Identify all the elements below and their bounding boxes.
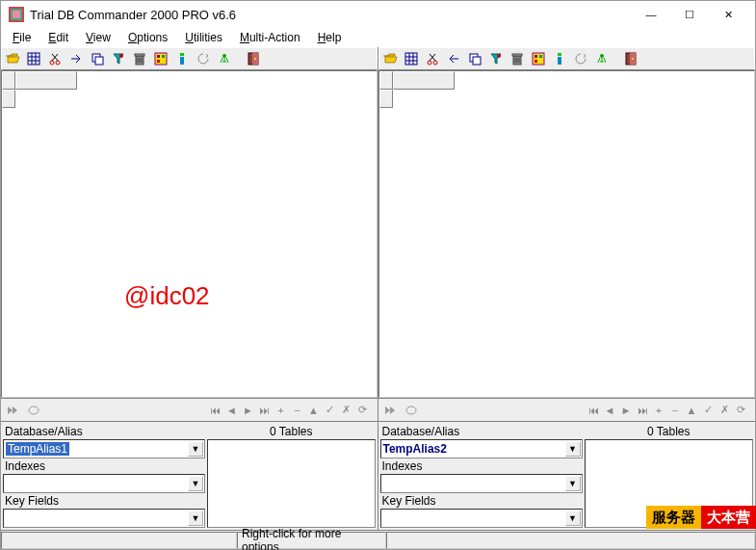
menu-help[interactable]: Help (310, 29, 350, 46)
record-nav: ⏮ ◄ ► ⏭ + − ▲ ✓ ✗ ⟳ (587, 404, 747, 417)
maximize-button[interactable]: ☐ (670, 3, 709, 26)
svg-point-54 (600, 54, 604, 58)
tables-header: 0 Tables (585, 424, 754, 439)
close-button[interactable]: ✕ (709, 3, 747, 26)
svg-point-30 (29, 406, 39, 414)
next-icon[interactable]: ► (619, 404, 633, 417)
post-icon[interactable]: ✓ (324, 404, 337, 417)
keyfields-combo[interactable]: ▼ (3, 509, 205, 528)
chevron-down-icon[interactable]: ▼ (565, 511, 581, 526)
cancel-icon[interactable]: ✗ (717, 404, 731, 417)
post-icon[interactable]: ✓ (701, 404, 715, 417)
run-icon[interactable] (593, 50, 611, 67)
info-icon[interactable] (173, 50, 191, 67)
svg-rect-13 (95, 57, 103, 65)
tables-header: 0 Tables (207, 424, 376, 439)
properties-icon[interactable] (530, 50, 547, 67)
nav-btn-1[interactable] (380, 402, 400, 419)
open-icon[interactable] (381, 50, 399, 67)
db-alias-combo[interactable]: TempAlias1▼ (3, 439, 205, 458)
arrow-left-icon[interactable] (445, 50, 462, 67)
copy-icon[interactable] (89, 50, 106, 67)
svg-rect-20 (155, 53, 167, 65)
left-navbar: ⏮ ◄ ► ⏭ + − ▲ ✓ ✗ ⟳ (1, 398, 378, 421)
add-icon[interactable]: + (274, 404, 288, 417)
tables-list[interactable] (207, 439, 376, 528)
last-icon[interactable]: ⏭ (258, 404, 272, 417)
grid-col-header[interactable] (393, 71, 455, 90)
prev-icon[interactable]: ◄ (603, 404, 616, 417)
svg-point-42 (497, 54, 501, 58)
edit-icon[interactable]: ▲ (307, 404, 321, 417)
keyfields-combo[interactable]: ▼ (380, 509, 583, 528)
trash-icon[interactable] (131, 50, 148, 67)
right-grid[interactable] (378, 70, 756, 398)
left-pane: @idc02 ⏮ ◄ ► ⏭ + − ▲ ✓ ✗ ⟳ (1, 47, 378, 530)
minimize-button[interactable]: — (632, 3, 670, 26)
add-icon[interactable]: + (652, 404, 665, 417)
menu-multiaction[interactable]: Multi-Action (232, 29, 308, 46)
nav-btn-2[interactable] (24, 402, 43, 419)
status-cell-3 (386, 532, 755, 549)
prev-icon[interactable]: ◄ (225, 404, 239, 417)
menu-options[interactable]: Options (120, 29, 175, 46)
menu-file[interactable]: File (5, 29, 39, 46)
run-icon[interactable] (216, 50, 233, 67)
chevron-down-icon[interactable]: ▼ (188, 441, 203, 457)
grid-col-header[interactable] (15, 71, 77, 90)
indexes-combo[interactable]: ▼ (380, 474, 583, 493)
cut-icon[interactable] (424, 50, 441, 67)
chevron-down-icon[interactable]: ▼ (565, 476, 581, 491)
menu-utilities[interactable]: Utilities (177, 29, 230, 46)
grid-row-header[interactable] (379, 90, 393, 108)
cut-icon[interactable] (46, 50, 64, 67)
last-icon[interactable]: ⏭ (636, 404, 649, 417)
chevron-down-icon[interactable]: ▼ (188, 511, 203, 526)
grid-icon[interactable] (403, 50, 420, 67)
menubar: File Edit View Options Utilities Multi-A… (1, 28, 755, 47)
right-pane: ⏮ ◄ ► ⏭ + − ▲ ✓ ✗ ⟳ Database/Alias TempA… (378, 47, 756, 530)
svg-rect-16 (135, 54, 144, 56)
delete-icon[interactable]: − (668, 404, 682, 417)
filter-icon[interactable] (110, 50, 127, 67)
window-title: Trial DB Commander 2000 PRO v6.6 (30, 8, 632, 22)
menu-edit[interactable]: Edit (40, 29, 76, 46)
edit-icon[interactable]: ▲ (685, 404, 698, 417)
info-icon[interactable] (551, 50, 568, 67)
copy-icon[interactable] (466, 50, 483, 67)
svg-point-36 (428, 61, 431, 65)
key-label: Key Fields (3, 493, 205, 509)
delete-icon[interactable]: − (291, 404, 304, 417)
exit-icon[interactable] (622, 50, 639, 67)
chevron-down-icon[interactable]: ▼ (188, 476, 203, 491)
grid-row-header[interactable] (2, 90, 15, 108)
grid-icon[interactable] (25, 50, 42, 67)
open-icon[interactable] (4, 50, 21, 67)
refresh-icon[interactable] (195, 50, 212, 67)
cancel-icon[interactable]: ✗ (340, 404, 353, 417)
chevron-down-icon[interactable]: ▼ (565, 441, 581, 457)
nav-btn-2[interactable] (402, 402, 421, 419)
refresh-icon[interactable] (572, 50, 589, 67)
menu-view[interactable]: View (78, 29, 118, 46)
left-grid[interactable]: @idc02 (1, 70, 378, 398)
nav-btn-1[interactable] (3, 402, 22, 419)
refresh-nav-icon[interactable]: ⟳ (356, 404, 370, 417)
indexes-combo[interactable]: ▼ (3, 474, 205, 493)
first-icon[interactable]: ⏮ (587, 404, 600, 417)
svg-point-14 (119, 54, 123, 58)
properties-icon[interactable] (152, 50, 169, 67)
idx-label: Indexes (380, 458, 583, 474)
exit-icon[interactable] (245, 50, 262, 67)
refresh-nav-icon[interactable]: ⟳ (734, 404, 747, 417)
db-alias-combo[interactable]: TempAlias2▼ (380, 439, 583, 458)
svg-rect-53 (558, 57, 561, 65)
grid-header (379, 71, 455, 90)
first-icon[interactable]: ⏮ (209, 404, 222, 417)
arrow-right-icon[interactable] (67, 50, 85, 67)
trash-icon[interactable] (508, 50, 526, 67)
left-toolbar (1, 47, 378, 70)
svg-rect-31 (405, 53, 417, 65)
filter-icon[interactable] (487, 50, 505, 67)
next-icon[interactable]: ► (242, 404, 255, 417)
